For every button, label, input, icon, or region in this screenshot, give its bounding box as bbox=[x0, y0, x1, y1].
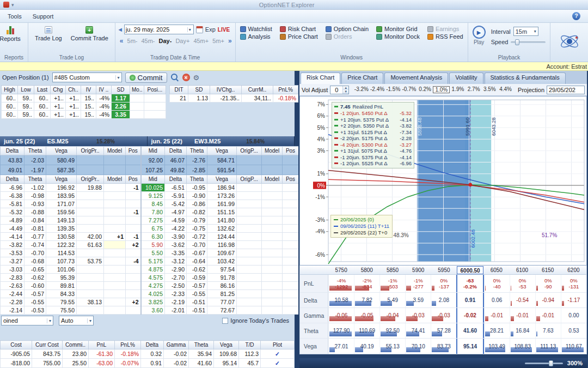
strike-label[interactable]: 5800 bbox=[354, 266, 379, 274]
history-back-icon[interactable]: ◂ bbox=[119, 26, 122, 33]
nav-45m-fwd-button[interactable]: 45m+ bbox=[193, 38, 209, 44]
trade-log-button[interactable]: Trade Log bbox=[32, 25, 65, 43]
strike-label[interactable]: 5850 bbox=[379, 266, 405, 274]
tab-risk-chart[interactable]: Risk Chart bbox=[301, 73, 340, 84]
strike-label[interactable]: 5750 bbox=[328, 266, 354, 274]
search-icon[interactable] bbox=[170, 73, 179, 82]
legend-row[interactable]: -2 20jun. 5175 Put Δ-2.28 bbox=[334, 135, 412, 142]
trading-date-picker[interactable]: ju. 29 may. 2025 ▾ bbox=[124, 25, 194, 34]
step-last-icon[interactable]: » bbox=[228, 37, 232, 45]
ignore-trades-checkbox[interactable] bbox=[222, 318, 228, 324]
zoom-slider[interactable] bbox=[525, 363, 563, 364]
table-row[interactable]: 49.01-1.97587.35107.2549.82-2.85591.54 bbox=[1, 165, 299, 175]
projection-date-row[interactable]: 29/05/2025 (22) T+0 bbox=[334, 230, 389, 236]
auto-select[interactable]: Auto ▾ bbox=[59, 316, 94, 325]
help-icon[interactable]: ? bbox=[572, 12, 580, 20]
cell[interactable] bbox=[104, 241, 126, 249]
table-row[interactable]: -905.05843.7523.80-61.30-0.18%0.32-0.023… bbox=[1, 349, 295, 359]
strike-label[interactable]: 6050 bbox=[483, 266, 509, 274]
table-row[interactable]: 60..59..60..+1..+1..15..-4%1.17 bbox=[2, 94, 166, 102]
position-select[interactable]: #485 Custom ▾ bbox=[52, 73, 122, 82]
expiration-header-ew3[interactable]: jun. 25 (22) EW3.M25 15.84% bbox=[148, 136, 295, 146]
strike-label[interactable]: 5950 bbox=[431, 266, 457, 274]
vol-adjust-stepper[interactable]: 0 ▲▼ bbox=[330, 86, 349, 94]
projection-date-row[interactable]: 20/06/2025 (0) bbox=[334, 216, 389, 223]
legend-row[interactable]: +2 20jun. 5350 Put Δ-3.82 bbox=[334, 123, 412, 129]
ignore-trades-control[interactable]: Ignore Today's Trades bbox=[222, 317, 293, 324]
projection-date-row[interactable]: 09/06/2025 (11) T+11 bbox=[334, 223, 389, 230]
table-row[interactable]: DeltaThetaVegaOrigPr..ModelPosMidDeltaTh… bbox=[1, 147, 299, 155]
play-button[interactable]: ▶ bbox=[473, 26, 486, 39]
table-row[interactable]: -4.14-0.77130.5842.00+1-16.30-3.90-0.721… bbox=[1, 233, 299, 241]
commit-trade-button[interactable]: + Commit Trade bbox=[68, 25, 112, 43]
move-percent[interactable]: -3.2% bbox=[353, 86, 369, 93]
legend-row[interactable]: -1 20jun. 5525 Put Δ-6.96 bbox=[334, 160, 412, 167]
table-row[interactable]: -3.27-0.68107.7353.75-45.175-3.12-0.6410… bbox=[1, 257, 299, 266]
move-percent[interactable]: -2.4% bbox=[369, 86, 385, 93]
nav-45m-back-button[interactable]: 45m- bbox=[141, 38, 155, 44]
projection-dates-box[interactable]: 20/06/2025 (0)09/06/2025 (11) T+1129/05/… bbox=[330, 215, 393, 238]
table-row[interactable]: HighLowLastChgCh..IVIV ..SDMo..Posi... bbox=[2, 86, 166, 94]
move-percent[interactable]: -1.5% bbox=[385, 86, 401, 93]
strike-label[interactable]: 6200 bbox=[561, 266, 586, 274]
close-position-icon[interactable]: × bbox=[182, 74, 190, 81]
toggle-monitor-grid[interactable]: Monitor Grid bbox=[376, 26, 420, 32]
legend-row[interactable]: +1 31jul. 5075 Put Δ-4.76 bbox=[334, 148, 412, 154]
toggle-watchlist[interactable]: Watchlist bbox=[240, 26, 272, 32]
table-row[interactable]: -3.53-0.70114.535.50-3.35-0.67109.67 bbox=[1, 249, 299, 257]
table-row[interactable]: -4.49-0.81139.356.75-4.22-0.75132.62 bbox=[1, 225, 299, 233]
commit-button[interactable]: Commit bbox=[125, 73, 167, 83]
tab-movement-analysis[interactable]: Movement Analysis bbox=[384, 73, 448, 84]
table-row[interactable]: -818.00755.0025.50-63.00-0.07%0.91-0.024… bbox=[1, 359, 295, 368]
toggle-option-chain[interactable]: Option Chain bbox=[326, 26, 369, 32]
table-row[interactable]: -5.81-0.93171.078.45-5.42-0.86161.99 bbox=[1, 200, 299, 208]
move-percent[interactable]: 2.7% bbox=[466, 86, 482, 93]
table-row[interactable]: -5.32-0.88159.56-17.80-4.97-0.82151.15 bbox=[1, 208, 299, 216]
table-row[interactable]: 60..59..60..+1..+1..15..-4%3.35 bbox=[2, 111, 166, 119]
table-row[interactable]: -2.63-0.6089.814.275-2.50-0.5786.16 bbox=[1, 282, 299, 290]
legend-row[interactable]: -1 20jun. 5375 Put Δ-4.14 bbox=[334, 154, 412, 161]
toggle-price-chart[interactable]: Price Chart bbox=[280, 33, 318, 40]
quick-access-chevron-icon[interactable]: ▾ bbox=[11, 2, 14, 8]
toggle-monitor-dock[interactable]: Monitor Dock bbox=[376, 33, 420, 40]
table-row[interactable]: -6.38-0.98183.959.125-5.91-0.90173.26 bbox=[1, 192, 299, 200]
move-percent[interactable]: 4.4% bbox=[498, 86, 513, 93]
risk-chart[interactable]: 7%6%5%4%3%1%0%-1%-3%-4%-6%5898.485991.60… bbox=[299, 96, 587, 266]
legend-row[interactable]: +1 20jun. 5375 Put Δ-4.14 bbox=[334, 117, 412, 123]
gear-icon[interactable]: ⚙ bbox=[193, 74, 200, 82]
table-row[interactable]: -3.03-0.65101.064.875-2.90-0.6297.54 bbox=[1, 266, 299, 274]
move-percent[interactable]: -0.7% bbox=[401, 86, 417, 93]
table-row[interactable]: -2.14-0.5375.503.60-2.01-0.5172.67 bbox=[1, 306, 299, 315]
nav-day-fwd-button[interactable]: Day+ bbox=[175, 38, 189, 44]
table-row[interactable]: -4.89-0.84149.137.275-4.59-0.79141.80 bbox=[1, 216, 299, 225]
stepper-up-icon[interactable]: ▲ bbox=[343, 86, 348, 90]
table-row[interactable]: -2.28-0.5579.5538.13+23.825-2.19-0.5177.… bbox=[1, 298, 299, 306]
table-row[interactable]: -2.83-0.6295.394.575-2.70-0.5991.78 bbox=[1, 274, 299, 282]
position-legend[interactable]: 7.45 Realized PnL -1 20jun. 5450 Put Δ-5… bbox=[332, 102, 414, 168]
calendar-icon[interactable] bbox=[196, 26, 203, 33]
tab-statistics[interactable]: Statistics & Fundamentals bbox=[485, 73, 566, 84]
table-row[interactable]: -6.96-1.02196.9219.88-110.025-6.51-0.951… bbox=[1, 184, 299, 192]
toggle-analysis[interactable]: Analysis bbox=[240, 33, 272, 40]
nav-5m-fwd-button[interactable]: 5m+ bbox=[212, 38, 224, 44]
strike-label[interactable]: 6100 bbox=[509, 266, 535, 274]
step-first-icon[interactable]: « bbox=[120, 37, 124, 45]
move-percent[interactable]: 0.2% bbox=[417, 86, 433, 93]
strike-label[interactable]: 6000.50 bbox=[457, 266, 483, 274]
legend-row[interactable]: +1 31jul. 5125 Put Δ-7.34 bbox=[334, 129, 412, 136]
table-row[interactable]: DeltaThetaVegaOrigPr..ModelPosMidDeltaTh… bbox=[1, 175, 299, 184]
projection-date-picker[interactable]: 29/05/202 bbox=[547, 86, 585, 94]
table-row[interactable]: -2.44-0.5784.334.025-2.33-0.5581.25 bbox=[1, 290, 299, 298]
stepper-down-icon[interactable]: ▼ bbox=[343, 90, 348, 94]
tab-price-chart[interactable]: Price Chart bbox=[341, 73, 383, 84]
chevron-down-icon[interactable]: ▾ bbox=[187, 27, 192, 32]
toggle-rss-feed[interactable]: RSS Feed bbox=[427, 33, 463, 40]
table-row[interactable]: DITSDIVChg..CurrM..PnL% bbox=[170, 86, 298, 94]
move-percent[interactable]: 1.9% bbox=[450, 86, 465, 93]
move-percent[interactable]: 3.5% bbox=[482, 86, 498, 93]
table-row[interactable]: 43.83-2.03580.4992.0046.07-2.76584.71 bbox=[1, 155, 299, 165]
table-row[interactable]: 211.13-21.35..34,11..-0.18% bbox=[170, 94, 298, 102]
table-row[interactable]: CostCurr CostCommi..PnLPnL%DeltaGammaThe… bbox=[1, 341, 295, 349]
legend-row[interactable]: -4 20jun. 5300 Put Δ-3.27 bbox=[334, 142, 412, 148]
toggle-risk-chart[interactable]: Risk Chart bbox=[280, 26, 318, 32]
